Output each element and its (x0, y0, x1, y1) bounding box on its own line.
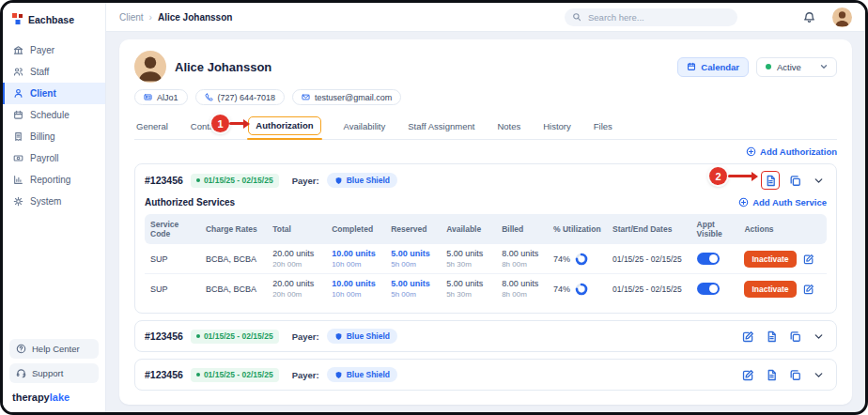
payer-label: Payer: (292, 176, 319, 186)
col-utilization: % Utilization (548, 214, 607, 244)
edit-pencil-icon (803, 254, 814, 265)
start-end-dates: 01/15/25 - 02/15/25 (612, 284, 685, 294)
actions-cell: Inactivate (744, 281, 821, 298)
status-dot (766, 64, 771, 69)
breadcrumb-separator: › (149, 12, 152, 23)
copy-button[interactable] (786, 366, 803, 383)
payer-label: Payer: (292, 331, 319, 342)
expand-button[interactable] (810, 328, 827, 345)
authorization-dates-badge: 01/15/25 - 02/15/25 (191, 330, 279, 344)
plus-circle-icon (738, 197, 749, 208)
breadcrumb-page: Alice Johansson (158, 12, 232, 23)
sidebar-item-system[interactable]: System (3, 191, 105, 212)
copy-icon (789, 369, 801, 381)
sidebar-item-support[interactable]: Support (9, 363, 99, 383)
inactivate-button[interactable]: Inactivate (744, 281, 796, 298)
col-billed: Billed (496, 214, 548, 244)
add-authorization-button[interactable]: Add Authorization (746, 146, 837, 157)
status-dropdown[interactable]: Active (756, 57, 837, 77)
add-auth-service-button[interactable]: Add Auth Service (738, 197, 827, 208)
authorization-card-collapsed: #123456 01/15/25 - 02/15/25 Payer: Blue … (134, 359, 837, 391)
envelope-icon (302, 93, 310, 101)
utilization-ring (575, 253, 588, 266)
edit-service-button[interactable] (803, 284, 814, 295)
payer-badge: Blue Shield (327, 173, 397, 188)
chevron-down-icon (813, 175, 825, 187)
sidebar-item-billing[interactable]: Billing (3, 126, 105, 147)
appt-visible-toggle[interactable] (697, 253, 720, 265)
sidebar-footer: Help Center Support (3, 339, 105, 383)
sidebar-item-client[interactable]: Client (3, 83, 105, 104)
sidebar-nav: Payer Staff Client Schedule Billing Payr… (3, 39, 105, 212)
sidebar-item-reporting[interactable]: Reporting (3, 169, 105, 191)
app-name: Eachbase (28, 14, 74, 25)
client-email-chip: testuser@gmail.com (292, 89, 401, 105)
shield-icon (334, 177, 343, 185)
authorized-services-title: Authorized Services (145, 197, 235, 208)
service-row: SUP BCBA, BCBA 20.00 units20h 00m 10.00 … (145, 274, 827, 304)
collapse-button[interactable] (810, 172, 827, 189)
copy-button[interactable] (786, 328, 803, 345)
view-document-button[interactable] (761, 171, 780, 190)
copy-icon (789, 175, 801, 187)
breadcrumb-section[interactable]: Client (119, 12, 144, 23)
edit-authorization-button[interactable] (739, 366, 756, 383)
tab-availability[interactable]: Availability (344, 115, 386, 139)
client-name: Alice Johansson (175, 60, 271, 74)
edit-service-button[interactable] (803, 254, 814, 265)
status-value: Active (777, 62, 801, 72)
people-icon (13, 67, 23, 77)
col-appt-visible: Appt Visible (691, 214, 739, 244)
client-avatar (134, 51, 166, 83)
authorization-number: #123456 (145, 330, 183, 342)
start-end-dates: 01/15/25 - 02/15/25 (612, 254, 685, 264)
copy-button[interactable] (786, 172, 803, 189)
search-input[interactable] (586, 11, 730, 23)
bank-icon (13, 45, 23, 55)
col-service-code: Service Code (145, 214, 200, 244)
authorization-header: #123456 01/15/25 - 02/15/25 Payer: Blue … (135, 321, 836, 351)
annotation-step-2: 2 (709, 167, 727, 185)
authorization-card-collapsed: #123456 01/15/25 - 02/15/25 Payer: Blue … (134, 320, 837, 352)
sidebar-item-staff[interactable]: Staff (3, 61, 105, 83)
utilization-cell: 74% (553, 283, 601, 296)
tab-history[interactable]: History (543, 115, 571, 139)
edit-authorization-button[interactable] (739, 328, 756, 345)
user-avatar[interactable] (832, 8, 852, 27)
sidebar-item-schedule[interactable]: Schedule (3, 104, 105, 126)
tab-staff-assignment[interactable]: Staff Assignment (408, 115, 474, 139)
view-document-button[interactable] (763, 328, 780, 345)
tab-authorization[interactable]: Authorization (248, 116, 320, 135)
search-bar[interactable] (565, 8, 737, 26)
client-code-chip: AlJo1 (134, 89, 188, 105)
phone-icon (205, 93, 213, 101)
sidebar-item-payroll[interactable]: Payroll (3, 147, 105, 169)
expand-button[interactable] (810, 366, 827, 383)
sidebar-item-payer[interactable]: Payer (3, 39, 105, 61)
client-card: Alice Johansson Calendar Active (119, 39, 852, 405)
sidebar-item-help-center[interactable]: Help Center (9, 339, 99, 359)
service-code: SUP (150, 284, 194, 294)
view-document-button[interactable] (763, 366, 780, 383)
plus-circle-icon (746, 146, 756, 157)
client-info-chips: AlJo1 (727) 644-7018 testuser@gmail.com (134, 89, 837, 105)
tab-notes[interactable]: Notes (497, 115, 520, 139)
app-logo[interactable]: Eachbase (3, 3, 105, 34)
authorization-number: #123456 (145, 175, 183, 186)
calendar-button[interactable]: Calendar (677, 57, 749, 77)
calendar-icon (687, 62, 696, 71)
utilization-cell: 74% (553, 253, 601, 266)
chevron-down-icon (813, 330, 825, 343)
chevron-down-icon (820, 63, 828, 70)
client-header: Alice Johansson Calendar Active (134, 51, 837, 83)
tab-general[interactable]: General (136, 115, 168, 139)
authorization-card-expanded: #123456 01/15/25 - 02/15/25 Payer: Blue … (134, 163, 837, 314)
authorized-services-row: Authorized Services Add Auth Service (135, 196, 836, 211)
appt-visible-toggle[interactable] (697, 283, 720, 295)
tab-files[interactable]: Files (594, 115, 612, 139)
notification-bell-icon[interactable] (803, 11, 815, 23)
col-total: Total (267, 214, 326, 244)
inactivate-button[interactable]: Inactivate (744, 251, 796, 268)
authorization-header-actions (739, 366, 827, 383)
client-header-actions: Calendar Active (677, 57, 837, 77)
